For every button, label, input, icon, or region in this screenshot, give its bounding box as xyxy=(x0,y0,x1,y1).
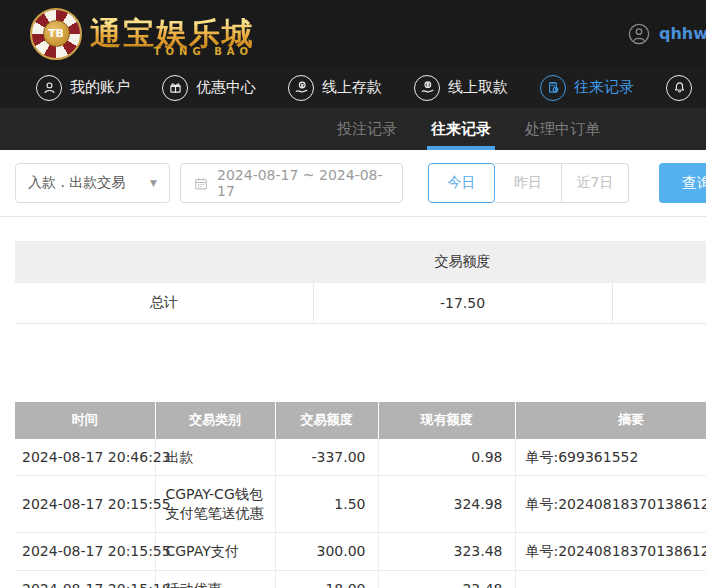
withdraw-hand-coin-icon xyxy=(414,75,440,101)
range-button-today[interactable]: 今日 xyxy=(428,163,495,203)
column-header-balance: 现有额度 xyxy=(378,402,515,439)
table-row: 2024-08-17 20:46:23 出款 -337.00 0.98 单号:6… xyxy=(15,439,706,476)
main-nav: 我的账户 优惠中心 线上存款 线上取款 往来记录 xyxy=(0,67,706,108)
transaction-type-value: 入款 . 出款交易 xyxy=(28,174,125,192)
bell-icon xyxy=(666,75,692,101)
cell-time: 2024-08-17 20:15:55 xyxy=(15,476,155,533)
cell-type: CGPAY支付 xyxy=(155,533,275,571)
summary-header-empty xyxy=(612,241,706,283)
user-icon xyxy=(36,75,62,101)
top-header: TB 通宝娱乐城 TONG BAO qhhw xyxy=(0,0,706,67)
summary-total-row: 总计 -17.50 xyxy=(15,283,706,323)
table-row: 2024-08-17 20:15:55 CGPAY支付 300.00 323.4… xyxy=(15,533,706,571)
chip-monogram: TB xyxy=(43,20,70,47)
summary-empty-cell xyxy=(612,283,706,323)
cell-balance: 324.98 xyxy=(378,476,515,533)
page: TB 通宝娱乐城 TONG BAO qhhw 我的账户 xyxy=(0,0,706,588)
logo-subtitle: TONG BAO xyxy=(154,46,253,57)
tab-betting-records[interactable]: 投注记录 xyxy=(333,108,401,150)
tab-transaction-records[interactable]: 往来记录 xyxy=(427,108,495,150)
gift-icon xyxy=(162,75,188,101)
cell-memo: 单号:202408183701386127 xyxy=(515,476,706,533)
user-account[interactable]: qhhw xyxy=(628,0,706,67)
nav-label: 往来记录 xyxy=(574,78,634,97)
date-range-input[interactable]: 2024-08-17 ~ 2024-08-17 xyxy=(180,163,403,203)
summary-table: 交易额度 总计 -17.50 xyxy=(15,241,706,324)
calendar-icon xyxy=(193,175,209,192)
poker-chip-logo-icon: TB xyxy=(30,8,82,60)
cell-balance: 23.48 xyxy=(378,571,515,588)
column-header-amount: 交易额度 xyxy=(275,402,378,439)
logo-text: 通宝娱乐城 TONG BAO xyxy=(90,16,255,50)
cell-amount: 300.00 xyxy=(275,533,378,571)
cell-amount: 18.00 xyxy=(275,571,378,588)
avatar-icon xyxy=(628,23,650,45)
cell-type: 出款 xyxy=(155,439,275,476)
table-row: 2024-08-17 20:15:18 活动优惠 18.00 23.48 xyxy=(15,571,706,588)
cell-type: CGPAY-CG钱包支付笔笔送优惠 xyxy=(155,476,275,533)
range-button-last7days[interactable]: 近7日 xyxy=(562,163,629,203)
search-button[interactable]: 查询 xyxy=(659,163,706,203)
column-header-memo: 摘要 xyxy=(515,402,706,439)
chevron-down-icon: ▼ xyxy=(150,178,157,188)
tab-processing-orders[interactable]: 处理中订单 xyxy=(521,108,604,150)
nav-label: 线上取款 xyxy=(448,78,508,97)
nav-item-my-account[interactable]: 我的账户 xyxy=(36,75,130,101)
nav-item-announcements[interactable] xyxy=(666,75,700,101)
records-clipboard-clock-icon xyxy=(540,75,566,101)
site-logo[interactable]: TB 通宝娱乐城 TONG BAO xyxy=(30,8,255,60)
nav-item-deposit[interactable]: 线上存款 xyxy=(288,75,382,101)
username[interactable]: qhhw xyxy=(659,24,706,43)
nav-label: 我的账户 xyxy=(70,78,130,97)
cell-time: 2024-08-17 20:15:55 xyxy=(15,533,155,571)
nav-item-withdrawal[interactable]: 线上取款 xyxy=(414,75,508,101)
transaction-type-select[interactable]: 入款 . 出款交易 ▼ xyxy=(15,163,170,203)
summary-header-label: 交易额度 xyxy=(313,241,612,283)
sub-nav: 投注记录 往来记录 处理中订单 xyxy=(0,108,706,150)
summary-header-empty xyxy=(15,241,313,283)
quick-range-group: 今日 昨日 近7日 xyxy=(428,163,629,203)
filter-bar: 入款 . 出款交易 ▼ 2024-08-17 ~ 2024-08-17 今日 昨… xyxy=(0,150,706,217)
nav-label: 优惠中心 xyxy=(196,78,256,97)
transactions-table: 时间 交易类别 交易额度 现有额度 摘要 2024-08-17 20:46:23… xyxy=(15,402,706,588)
nav-item-transaction-records[interactable]: 往来记录 xyxy=(540,75,634,101)
cell-amount: 1.50 xyxy=(275,476,378,533)
cell-memo: 单号:202408183701386127 xyxy=(515,533,706,571)
cell-amount: -337.00 xyxy=(275,439,378,476)
cell-memo xyxy=(515,571,706,588)
nav-label: 线上存款 xyxy=(322,78,382,97)
transactions-header-row: 时间 交易类别 交易额度 现有额度 摘要 xyxy=(15,402,706,439)
summary-total-label: 总计 xyxy=(15,283,313,323)
cell-balance: 0.98 xyxy=(378,439,515,476)
table-row: 2024-08-17 20:15:55 CGPAY-CG钱包支付笔笔送优惠 1.… xyxy=(15,476,706,533)
nav-item-promotions[interactable]: 优惠中心 xyxy=(162,75,256,101)
cell-time: 2024-08-17 20:46:23 xyxy=(15,439,155,476)
summary-header-row: 交易额度 xyxy=(15,241,706,283)
column-header-type: 交易类别 xyxy=(155,402,275,439)
summary-total-value: -17.50 xyxy=(313,283,612,323)
date-range-value: 2024-08-17 ~ 2024-08-17 xyxy=(217,167,390,199)
cell-time: 2024-08-17 20:15:18 xyxy=(15,571,155,588)
column-header-time: 时间 xyxy=(15,402,155,439)
cell-memo: 单号:699361552 xyxy=(515,439,706,476)
range-button-yesterday[interactable]: 昨日 xyxy=(495,163,562,203)
cell-type: 活动优惠 xyxy=(155,571,275,588)
cell-balance: 323.48 xyxy=(378,533,515,571)
deposit-hand-coin-icon xyxy=(288,75,314,101)
